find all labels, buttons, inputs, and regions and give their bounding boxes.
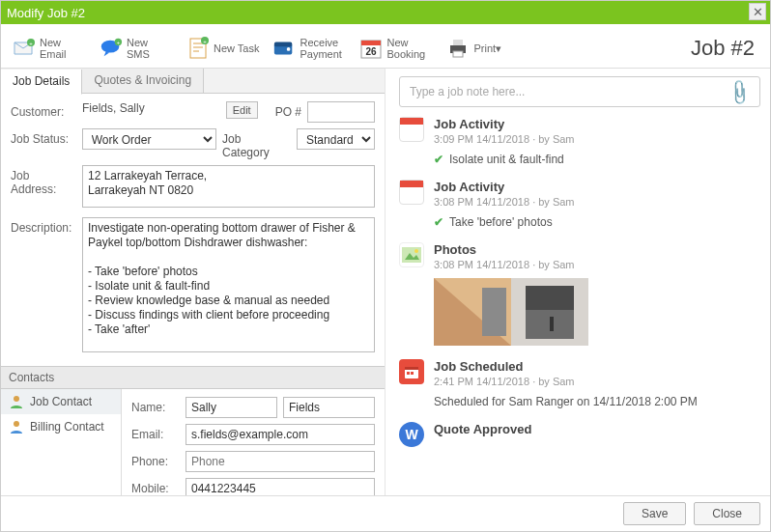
svg-rect-18 xyxy=(453,40,463,45)
photo-thumb[interactable] xyxy=(511,278,588,346)
activity-icon xyxy=(399,117,424,142)
task-icon: + xyxy=(186,37,210,60)
right-panel: Type a job note here... 📎 Job Activity 3… xyxy=(386,69,770,495)
chevron-down-icon: ▾ xyxy=(496,42,501,54)
activity-feed: Job Activity 3:09 PM 14/11/2018 · by Sam… xyxy=(399,117,760,495)
phone-label: Phone: xyxy=(131,451,180,468)
category-select[interactable]: Standard xyxy=(297,128,375,150)
email-icon: + xyxy=(13,37,36,60)
description-label: Description: xyxy=(11,217,76,235)
check-icon: ✔ xyxy=(434,153,443,166)
customer-value: Fields, Sally xyxy=(82,101,220,115)
svg-rect-15 xyxy=(361,41,381,45)
receive-payment-button[interactable]: Receive Payment xyxy=(269,35,350,62)
feed-entry: Job Activity 3:08 PM 14/11/2018 · by Sam… xyxy=(399,180,760,229)
feed-entry: Job Scheduled 2:41 PM 14/11/2018 · by Sa… xyxy=(399,359,760,408)
sms-icon: + xyxy=(100,37,123,60)
contacts-sidebar: Job Contact Billing Contact xyxy=(1,389,122,495)
entry-meta: 2:41 PM 14/11/2018 · by Sam xyxy=(434,376,760,387)
feed-entry: W Quote Approved xyxy=(399,422,760,447)
person-icon xyxy=(9,419,24,434)
print-button[interactable]: Print▾ xyxy=(443,35,505,62)
svg-rect-35 xyxy=(411,372,414,375)
footer: Save Close xyxy=(1,495,770,531)
new-booking-button[interactable]: 26 New Booking xyxy=(356,35,437,62)
edit-customer-button[interactable]: Edit xyxy=(226,101,258,119)
svg-point-24 xyxy=(414,249,418,253)
attachment-icon[interactable]: 📎 xyxy=(725,77,755,107)
description-input[interactable]: Investigate non-operating bottom drawer … xyxy=(82,217,375,352)
email-label: Email: xyxy=(131,424,180,441)
wallet-icon xyxy=(272,37,296,60)
scheduled-icon xyxy=(399,359,424,384)
svg-text:26: 26 xyxy=(366,46,378,57)
photo-thumbnails xyxy=(434,278,760,346)
customer-label: Customer: xyxy=(11,101,76,119)
svg-rect-34 xyxy=(407,372,410,375)
mobile-label: Mobile: xyxy=(131,478,180,495)
email-input[interactable] xyxy=(186,424,375,445)
entry-body: Take 'before' photos xyxy=(449,215,553,229)
contacts-body: Job Contact Billing Contact Name: xyxy=(1,389,385,495)
svg-rect-33 xyxy=(405,367,418,370)
po-label: PO # xyxy=(275,101,301,119)
category-label: Job Category xyxy=(222,128,291,159)
status-label: Job Status: xyxy=(11,128,76,146)
feed-entry: Photos 3:08 PM 14/11/2018 · by Sam xyxy=(399,242,760,346)
address-input[interactable]: 12 Larrakeyah Terrace, Larrakeyah NT 082… xyxy=(82,165,375,208)
close-button[interactable]: Close xyxy=(694,502,760,525)
address-label: Job Address: xyxy=(11,165,76,196)
window-close-button[interactable]: ✕ xyxy=(749,3,766,20)
po-input[interactable] xyxy=(307,101,375,123)
svg-rect-27 xyxy=(482,288,506,336)
svg-rect-19 xyxy=(453,51,463,57)
new-sms-button[interactable]: + New SMS xyxy=(96,35,177,62)
svg-text:+: + xyxy=(117,40,120,45)
mobile-input[interactable] xyxy=(186,478,375,495)
job-title: Job #2 xyxy=(691,36,762,61)
modify-job-window: Modify Job #2 ✕ + New Email + New SMS + … xyxy=(0,0,771,532)
svg-point-21 xyxy=(14,421,19,427)
feed-entry: Job Activity 3:09 PM 14/11/2018 · by Sam… xyxy=(399,117,760,166)
entry-title: Job Scheduled xyxy=(434,359,760,374)
tab-quotes-invoicing[interactable]: Quotes & Invoicing xyxy=(82,69,204,93)
calendar-icon: 26 xyxy=(359,37,383,60)
job-form: Customer: Fields, Sally Edit PO # Job St… xyxy=(1,94,385,366)
entry-meta: 3:08 PM 14/11/2018 · by Sam xyxy=(434,259,760,270)
left-panel: Job Details Quotes & Invoicing Customer:… xyxy=(1,69,386,495)
svg-text:+: + xyxy=(203,39,207,44)
billing-contact-item[interactable]: Billing Contact xyxy=(1,414,121,439)
photo-thumb[interactable] xyxy=(434,278,511,346)
entry-title: Photos xyxy=(434,242,760,257)
titlebar: Modify Job #2 ✕ xyxy=(1,1,770,24)
job-note-input[interactable]: Type a job note here... 📎 xyxy=(399,76,760,107)
svg-rect-31 xyxy=(550,317,554,331)
person-icon xyxy=(9,394,24,409)
contacts-form: Name: Email: Phone: Mobile: xyxy=(122,389,385,495)
entry-meta: 3:09 PM 14/11/2018 · by Sam xyxy=(434,133,760,145)
tabs: Job Details Quotes & Invoicing xyxy=(1,69,385,94)
svg-text:+: + xyxy=(29,41,33,46)
entry-title: Job Activity xyxy=(434,180,760,194)
tab-job-details[interactable]: Job Details xyxy=(1,70,82,95)
note-placeholder: Type a job note here... xyxy=(410,85,525,98)
svg-point-13 xyxy=(287,47,291,51)
check-icon: ✔ xyxy=(434,215,443,229)
contacts-header: Contacts xyxy=(1,366,385,389)
new-task-button[interactable]: + New Task xyxy=(183,35,263,62)
last-name-input[interactable] xyxy=(283,397,375,418)
status-select[interactable]: Work Order xyxy=(82,128,216,150)
svg-rect-12 xyxy=(274,42,292,46)
printer-icon xyxy=(446,37,470,60)
save-button[interactable]: Save xyxy=(623,502,686,525)
entry-title: Job Activity xyxy=(434,117,760,131)
first-name-input[interactable] xyxy=(186,397,277,418)
toolbar: + New Email + New SMS + New Task Receive… xyxy=(1,24,770,69)
new-email-button[interactable]: + New Email xyxy=(9,35,90,62)
job-contact-item[interactable]: Job Contact xyxy=(1,389,121,414)
svg-point-20 xyxy=(14,396,19,402)
window-title: Modify Job #2 xyxy=(7,6,85,20)
name-label: Name: xyxy=(131,397,180,414)
phone-input[interactable] xyxy=(186,451,375,472)
quote-icon: W xyxy=(399,422,424,447)
